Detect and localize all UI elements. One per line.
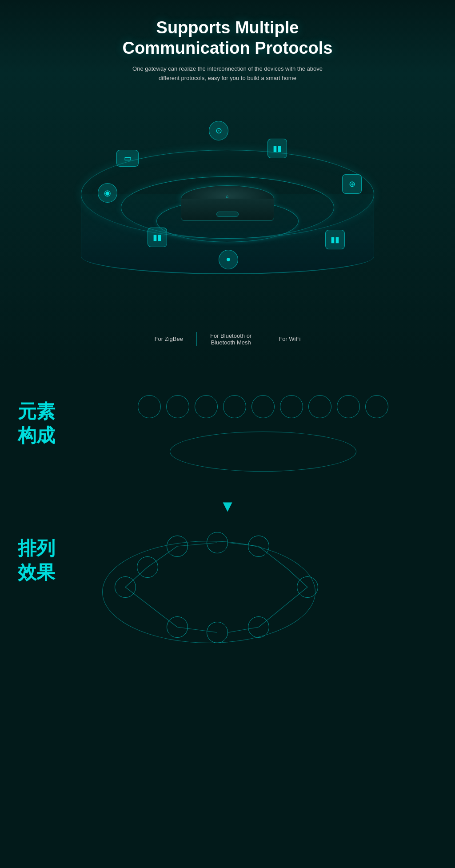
- arrange-circle-5: [297, 576, 318, 598]
- element-circle-1: [138, 395, 161, 418]
- section-protocols: Supports Multiple Communication Protocol…: [0, 0, 455, 368]
- section-elements: 元素构成: [0, 368, 455, 489]
- element-circle-5: [251, 395, 275, 418]
- arrange-circle-3: [248, 536, 269, 557]
- gateway-scene: ⌂ ⊙ ▮▮ ⊕ ▮▮ ● ▮▮ ◉ ▭: [72, 96, 383, 328]
- elements-oval: [170, 432, 356, 472]
- arrange-right: [89, 532, 437, 656]
- section-arrange: 排列效果: [0, 523, 455, 683]
- device-display-icon: ▭: [116, 150, 139, 167]
- arrange-label-zh: 排列效果: [18, 532, 89, 585]
- section-title: Supports Multiple Communication Protocol…: [0, 18, 455, 58]
- device-plug-icon: ◉: [98, 183, 117, 203]
- element-circle-9: [365, 395, 388, 418]
- section-subtitle: One gateway can realize the interconnect…: [125, 64, 330, 83]
- arrange-circle-2: [207, 532, 228, 553]
- arrow-down-section: ▼: [0, 489, 455, 523]
- device-motion-icon: ●: [219, 250, 238, 269]
- circles-row: [138, 395, 388, 418]
- protocol-bluetooth: For Bluetooth orBluetooth Mesh: [197, 332, 265, 346]
- element-circle-2: [166, 395, 189, 418]
- arrange-circle-4: [115, 576, 136, 598]
- device-camera-icon: ⊙: [209, 121, 228, 140]
- device-thermostat-icon: ⊕: [342, 174, 362, 194]
- element-circle-7: [308, 395, 331, 418]
- gateway-logo: ⌂: [181, 194, 274, 199]
- device-switch-left-icon: ▮▮: [148, 228, 167, 247]
- arrange-circle-7: [207, 622, 228, 643]
- protocol-wifi: For WiFi: [265, 336, 314, 342]
- protocol-labels: For ZigBee For Bluetooth orBluetooth Mes…: [0, 332, 455, 360]
- arrange-circle-9: [137, 556, 158, 578]
- device-switch-right-icon: ▮▮: [325, 230, 345, 249]
- arrange-circle-6: [167, 616, 188, 638]
- element-circle-4: [223, 395, 246, 418]
- gateway-body: [181, 199, 274, 221]
- element-circle-8: [337, 395, 360, 418]
- elements-label-zh: 元素构成: [18, 395, 89, 448]
- element-circle-3: [195, 395, 218, 418]
- arrange-circle-8: [248, 616, 269, 638]
- protocol-zigbee: For ZigBee: [141, 336, 196, 342]
- gateway-button: [216, 212, 239, 217]
- device-sensor-icon: ▮▮: [267, 139, 287, 158]
- element-circle-6: [280, 395, 303, 418]
- arrange-circle-1: [167, 536, 188, 557]
- gateway-device: ⌂: [181, 185, 274, 225]
- arrow-down-icon: ▼: [220, 498, 235, 514]
- elements-right: [89, 395, 437, 472]
